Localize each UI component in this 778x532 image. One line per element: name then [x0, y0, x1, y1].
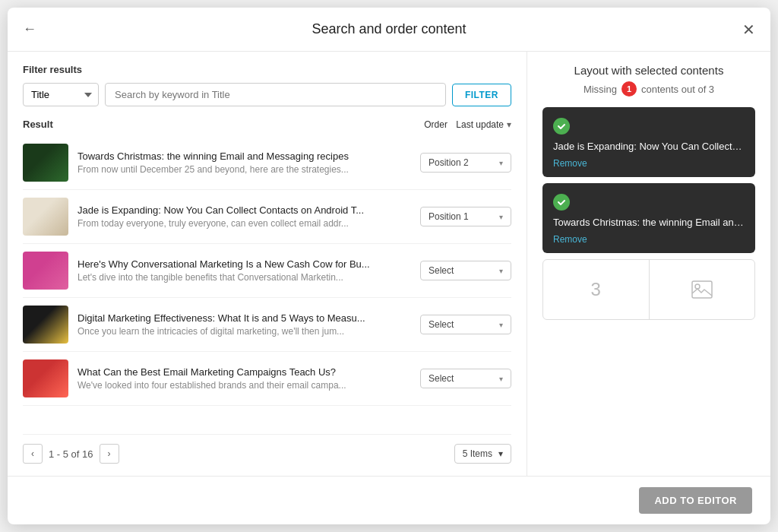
next-page-button[interactable]: ›	[100, 444, 119, 464]
item-thumbnail	[23, 359, 68, 397]
card-title: Towards Christmas: the winning Email and…	[553, 217, 745, 228]
chevron-down-icon: ▾	[499, 159, 503, 167]
item-text: Towards Christmas: the winning Email and…	[77, 150, 411, 175]
list-item: Towards Christmas: the winning Email and…	[23, 136, 511, 190]
modal-footer: ADD TO EDITOR	[8, 476, 770, 524]
page-info: 1 - 5 of 16	[49, 448, 93, 460]
position-dropdown-3[interactable]: Select ▾	[420, 315, 511, 334]
list-item: What Can the Best Email Marketing Campai…	[23, 352, 511, 406]
item-thumbnail	[23, 144, 68, 182]
missing-info: Missing 1 contents out of 3	[542, 81, 755, 97]
items-per-page-select[interactable]: 5 Items ▾	[454, 444, 511, 464]
item-desc: Once you learn the intricacies of digita…	[77, 326, 411, 337]
result-header: Result Order Last update ▾	[23, 119, 511, 130]
item-thumbnail	[23, 306, 68, 344]
list-item: Digital Marketing Effectiveness: What It…	[23, 298, 511, 352]
slot-number: 3	[543, 260, 650, 319]
item-text: Digital Marketing Effectiveness: What It…	[77, 312, 411, 337]
right-panel-title: Layout with selected contents	[542, 64, 755, 77]
item-desc: Let's dive into the tangible benefits th…	[77, 272, 411, 283]
position-dropdown-4[interactable]: Select ▾	[420, 369, 511, 388]
back-button[interactable]: ←	[23, 21, 36, 37]
item-title: Here's Why Conversational Marketing Is a…	[77, 258, 411, 270]
item-title: Jade is Expanding: Now You Can Collect C…	[77, 204, 411, 216]
list-item: Jade is Expanding: Now You Can Collect C…	[23, 190, 511, 244]
close-button[interactable]: ✕	[742, 21, 755, 39]
prev-page-button[interactable]: ‹	[23, 444, 43, 464]
page-controls: ‹ 1 - 5 of 16 ›	[23, 444, 119, 464]
missing-badge: 1	[621, 81, 637, 97]
add-to-editor-button[interactable]: ADD TO EDITOR	[639, 487, 752, 514]
item-title: Digital Marketing Effectiveness: What It…	[77, 312, 411, 324]
item-text: What Can the Best Email Marketing Campai…	[77, 366, 411, 391]
item-desc: From today everyone, truly everyone, can…	[77, 218, 411, 229]
modal: ← Search and order content ✕ Filter resu…	[8, 8, 770, 524]
left-panel: Filter results Title Description Author …	[8, 52, 527, 476]
selected-card-0: Jade is Expanding: Now You Can Collect C…	[542, 107, 755, 177]
check-icon	[553, 118, 570, 135]
chevron-down-icon: ▾	[499, 375, 503, 383]
order-label[interactable]: Order Last update ▾	[424, 119, 511, 130]
item-title: Towards Christmas: the winning Email and…	[77, 150, 411, 162]
selected-card-1: Towards Christmas: the winning Email and…	[542, 183, 755, 253]
chevron-down-icon: ▾	[499, 213, 503, 221]
list-item: Here's Why Conversational Marketing Is a…	[23, 244, 511, 298]
position-dropdown-1[interactable]: Position 1 ▾	[420, 207, 511, 226]
filter-row: Title Description Author FILTER	[23, 83, 511, 106]
position-dropdown-0[interactable]: Position 2 ▾	[420, 153, 511, 173]
chevron-down-icon: ▾	[499, 321, 503, 329]
card-title: Jade is Expanding: Now You Can Collect C…	[553, 141, 745, 152]
filter-button[interactable]: FILTER	[452, 84, 511, 106]
item-desc: From now until December 25 and beyond, h…	[77, 164, 411, 175]
selected-cards: Jade is Expanding: Now You Can Collect C…	[542, 107, 755, 464]
right-panel: Layout with selected contents Missing 1 …	[527, 52, 770, 476]
modal-title: Search and order content	[312, 21, 466, 37]
item-thumbnail	[23, 252, 68, 290]
chevron-down-icon: ▾	[499, 267, 503, 275]
modal-body: Filter results Title Description Author …	[8, 52, 770, 476]
position-dropdown-2[interactable]: Select ▾	[420, 261, 511, 280]
image-placeholder-icon	[650, 260, 755, 319]
filter-label: Filter results	[23, 64, 511, 75]
item-text: Here's Why Conversational Marketing Is a…	[77, 258, 411, 283]
chevron-down-icon: ▾	[498, 448, 503, 459]
item-desc: We've looked into four established brand…	[77, 380, 411, 391]
item-thumbnail	[23, 198, 68, 236]
modal-header: ← Search and order content ✕	[8, 8, 770, 52]
empty-slot: 3	[542, 259, 755, 320]
item-title: What Can the Best Email Marketing Campai…	[77, 366, 411, 378]
svg-rect-0	[692, 281, 712, 298]
filter-type-select[interactable]: Title Description Author	[23, 83, 99, 106]
result-label: Result	[23, 119, 53, 130]
pagination-row: ‹ 1 - 5 of 16 › 5 Items ▾	[23, 434, 511, 464]
item-text: Jade is Expanding: Now You Can Collect C…	[77, 204, 411, 229]
remove-button-0[interactable]: Remove	[553, 158, 587, 169]
svg-point-1	[695, 284, 700, 289]
search-input[interactable]	[105, 83, 446, 106]
check-icon	[553, 194, 570, 211]
remove-button-1[interactable]: Remove	[553, 234, 587, 245]
result-list: Towards Christmas: the winning Email and…	[23, 136, 511, 431]
